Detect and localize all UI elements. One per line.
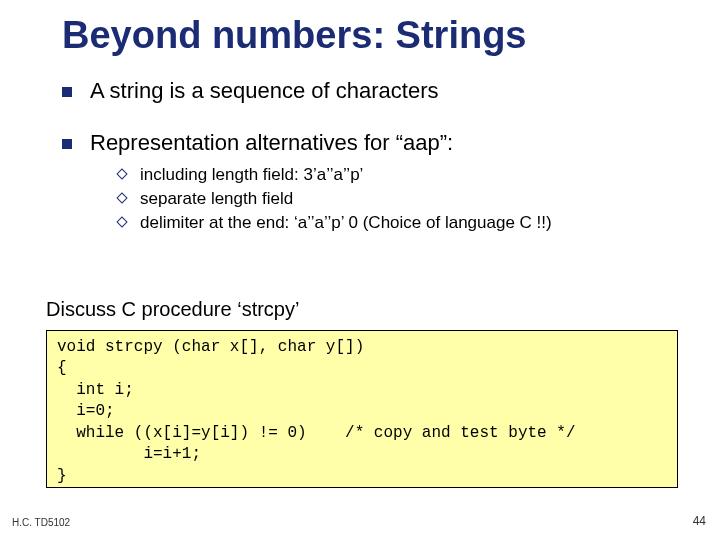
sub-bullet-group: including length field: 3’a’’a’’p’ separ… bbox=[118, 164, 682, 234]
diamond-bullet-icon bbox=[116, 168, 127, 179]
sub-bullet-text: separate length field bbox=[140, 188, 293, 210]
bullet-text: A string is a sequence of characters bbox=[90, 78, 439, 104]
square-bullet-icon bbox=[62, 139, 72, 149]
sub-bullet-text: delimiter at the end: ‘a’’a’’p’ 0 (Choic… bbox=[140, 212, 552, 234]
slide-title: Beyond numbers: Strings bbox=[62, 14, 527, 57]
diamond-bullet-icon bbox=[116, 192, 127, 203]
sub-bullet-item: delimiter at the end: ‘a’’a’’p’ 0 (Choic… bbox=[118, 212, 682, 234]
bullet-text: Representation alternatives for “aap”: bbox=[90, 130, 453, 156]
slide: Beyond numbers: Strings A string is a se… bbox=[0, 0, 720, 540]
slide-number: 44 bbox=[693, 514, 706, 528]
square-bullet-icon bbox=[62, 87, 72, 97]
footer-course-code: H.C. TD5102 bbox=[12, 517, 70, 528]
sub-bullet-text: including length field: 3’a’’a’’p’ bbox=[140, 164, 363, 186]
diamond-bullet-icon bbox=[116, 217, 127, 228]
sub-bullet-item: including length field: 3’a’’a’’p’ bbox=[118, 164, 682, 186]
body-area: A string is a sequence of characters Rep… bbox=[62, 78, 682, 236]
bullet-item-1: A string is a sequence of characters bbox=[62, 78, 682, 104]
code-block: void strcpy (char x[], char y[]) { int i… bbox=[46, 330, 678, 488]
discuss-line: Discuss C procedure ‘strcpy’ bbox=[46, 298, 299, 321]
bullet-item-2: Representation alternatives for “aap”: bbox=[62, 130, 682, 156]
sub-bullet-item: separate length field bbox=[118, 188, 682, 210]
